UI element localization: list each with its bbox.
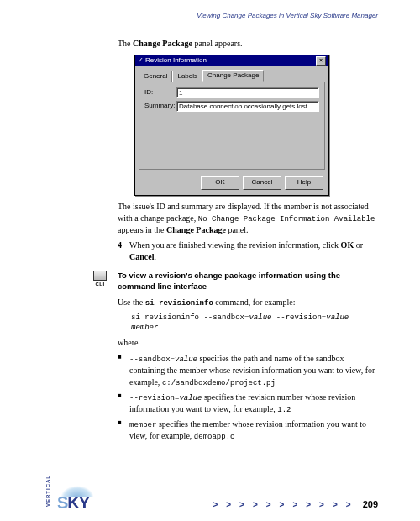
tab-labels[interactable]: Labels xyxy=(172,71,202,83)
footer-chevrons: >>>>>>>>>>> xyxy=(213,500,359,509)
revision-info-dialog: ✓ Revision Information × General Labels … xyxy=(134,55,329,197)
id-field[interactable]: 1 xyxy=(176,87,319,98)
header-rule xyxy=(50,24,378,24)
close-icon[interactable]: × xyxy=(316,56,326,66)
paragraph-2: The issue's ID and summary are displayed… xyxy=(118,201,378,235)
tab-general[interactable]: General xyxy=(139,71,172,83)
tab-change-package[interactable]: Change Package xyxy=(202,70,264,82)
dialog-title: Revision Information xyxy=(145,56,207,66)
terminal-icon xyxy=(93,271,107,281)
help-button[interactable]: Help xyxy=(285,176,323,190)
bullet-icon: ■ xyxy=(118,353,129,388)
tab-body: ID: 1 Summary: Database connection occas… xyxy=(139,82,325,170)
list-item: ■ --sandbox=value specifies the path and… xyxy=(118,353,378,388)
page-footer: VERTICAL SKY >>>>>>>>>>>209 xyxy=(50,480,378,509)
list-item: ■ --revision=value specifies the revisio… xyxy=(118,392,378,415)
bullet-icon: ■ xyxy=(118,392,129,415)
dialog-icon: ✓ xyxy=(138,56,144,66)
summary-field[interactable]: Database connection occasionally gets lo… xyxy=(176,101,319,112)
code-example: si revisioninfo --sandbox=value --revisi… xyxy=(131,313,378,333)
tab-row: General Labels Change Package xyxy=(139,70,325,82)
ok-button[interactable]: OK xyxy=(201,176,239,190)
step-number: 4 xyxy=(118,239,129,262)
vertical-sky-logo: VERTICAL SKY xyxy=(50,480,109,509)
id-label: ID: xyxy=(144,88,176,97)
use-line: Use the si revisioninfo command, for exa… xyxy=(118,297,378,308)
where-label: where xyxy=(118,337,378,349)
summary-label: Summary: xyxy=(144,102,176,111)
section-heading: To view a revision's change package info… xyxy=(118,271,378,292)
cli-icon: CLI xyxy=(92,271,108,287)
dialog-titlebar[interactable]: ✓ Revision Information × xyxy=(135,55,328,66)
page-header: Viewing Change Packages in Vertical Sky … xyxy=(197,12,378,19)
intro-paragraph: The Change Package panel appears. xyxy=(118,38,378,50)
bullet-list: ■ --sandbox=value specifies the path and… xyxy=(118,353,378,442)
step-4: 4 When you are finished viewing the revi… xyxy=(118,239,378,262)
bullet-icon: ■ xyxy=(118,418,129,442)
cancel-button[interactable]: Cancel xyxy=(243,176,281,190)
page-number: 209 xyxy=(363,499,378,509)
cli-label: CLI xyxy=(92,282,108,287)
list-item: ■ member specifies the member whose revi… xyxy=(118,418,378,442)
